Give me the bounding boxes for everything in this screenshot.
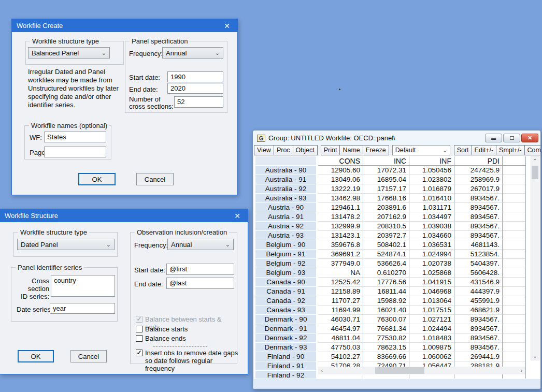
toolbar-button-edit[interactable]: Edit+/-	[472, 145, 496, 155]
ok-button[interactable]: OK	[78, 173, 116, 185]
row-label[interactable]: Canada - 90	[255, 278, 317, 287]
data-cell[interactable]: 11694.99	[318, 306, 363, 315]
row-label[interactable]: Belgium - 92	[255, 259, 317, 268]
row-label[interactable]: Austria - 92	[255, 222, 317, 231]
data-cell[interactable]: 208310.5	[363, 222, 409, 231]
page-name-input[interactable]	[44, 147, 106, 157]
data-cell[interactable]: 12525.42	[318, 278, 363, 287]
cancel-button[interactable]: Cancel	[70, 350, 107, 362]
data-cell[interactable]: 524874.1	[363, 250, 409, 259]
data-cell[interactable]: 455991.9	[454, 296, 503, 306]
row-label[interactable]: Belgium - 90	[255, 240, 317, 250]
structure-type-dropdown[interactable]: Dated Panel ⌄	[17, 239, 115, 250]
data-cell[interactable]: 1.024994	[409, 250, 454, 259]
data-cell[interactable]: 207162.9	[363, 212, 409, 222]
wf-name-input[interactable]: States	[44, 132, 106, 142]
data-cell[interactable]: 76681.34	[363, 324, 409, 333]
data-cell[interactable]: 8934567.	[454, 203, 503, 212]
data-cell[interactable]: 5606428.	[454, 268, 503, 278]
data-cell[interactable]: 536626.4	[363, 259, 409, 268]
data-cell[interactable]: 267017.9	[454, 184, 503, 194]
data-cell[interactable]: 13462.98	[318, 194, 363, 203]
column-header-inc[interactable]: INC	[363, 156, 409, 166]
display-format-dropdown[interactable]: Default ⌄	[392, 145, 450, 155]
cross-sections-input[interactable]: 52	[174, 96, 223, 108]
row-label[interactable]: Australia - 91	[255, 175, 317, 184]
data-cell[interactable]: 444397.9	[454, 287, 503, 296]
row-label[interactable]: Canada - 91	[255, 287, 317, 296]
checkbox-unchecked-icon[interactable]	[136, 326, 142, 332]
data-cell[interactable]: 8934567.	[454, 315, 503, 324]
data-cell[interactable]: 1.016410	[409, 194, 454, 203]
data-cell[interactable]: 8934567.	[454, 231, 503, 240]
data-cell[interactable]: 46030.71	[318, 315, 363, 324]
data-cell[interactable]: 54102.27	[318, 352, 363, 361]
close-icon[interactable]: ✕	[217, 19, 237, 32]
balance-ends-checkbox[interactable]: Balance ends	[136, 335, 237, 342]
scroll-left-icon[interactable]: ‹	[318, 367, 326, 374]
horizontal-scrollbar[interactable]: ‹ ›	[318, 367, 525, 374]
data-cell[interactable]: 47750.03	[318, 343, 363, 352]
scroll-up-icon[interactable]: ⌃	[531, 157, 539, 165]
data-cell[interactable]: 1.034497	[409, 212, 454, 222]
data-cell[interactable]: 46811.04	[318, 333, 363, 343]
data-cell[interactable]: 8934567.	[454, 222, 503, 231]
insert-obs-checkbox[interactable]: Insert obs to remove date gaps so date f…	[136, 349, 239, 372]
data-cell[interactable]: 131478.2	[318, 212, 363, 222]
horizontal-scroll-thumb[interactable]	[375, 367, 424, 374]
group-window-titlebar[interactable]: G Group: UNTITLED Workfile: OECD::panel\…	[255, 132, 538, 144]
toolbar-button-proc[interactable]: Proc	[274, 145, 293, 155]
toolbar-button-name[interactable]: Name	[339, 145, 363, 155]
data-cell[interactable]: 16021.40	[363, 306, 409, 315]
row-label[interactable]: Denmark - 92	[255, 333, 317, 343]
toolbar-button-view[interactable]: View	[254, 145, 274, 155]
data-cell[interactable]: 369691.2	[318, 250, 363, 259]
column-header-cons[interactable]: CONS	[318, 156, 363, 166]
row-label[interactable]: Canada - 92	[255, 296, 317, 306]
toolbar-button-smpl[interactable]: Smpl+/-	[496, 145, 524, 155]
restore-button[interactable]	[503, 134, 520, 142]
data-cell[interactable]: 17072.31	[363, 166, 409, 175]
cross-section-id-input[interactable]: country	[51, 275, 115, 297]
data-cell[interactable]: 359676.8	[318, 240, 363, 250]
data-cell[interactable]: 76300.07	[363, 315, 409, 324]
data-cell[interactable]: 0.610270	[363, 268, 409, 278]
data-cell[interactable]: 12905.60	[318, 166, 363, 175]
data-cell[interactable]: 247425.9	[454, 166, 503, 175]
data-cell[interactable]: 12158.89	[318, 287, 363, 296]
data-cell[interactable]: 16811.44	[363, 287, 409, 296]
row-label[interactable]: Austria - 93	[255, 231, 317, 240]
date-series-input[interactable]: year	[50, 303, 115, 314]
data-cell[interactable]: 8934567.	[454, 324, 503, 333]
row-label[interactable]: Finland - 91	[255, 361, 317, 371]
row-label[interactable]: Finland - 90	[255, 352, 317, 361]
data-cell[interactable]: 46454.97	[318, 324, 363, 333]
data-cell[interactable]: 15988.92	[363, 296, 409, 306]
row-label[interactable]: Australia - 90	[255, 166, 317, 175]
checkbox-checked-icon[interactable]	[136, 350, 142, 356]
toolbar-button-freeze[interactable]: Freeze	[363, 145, 389, 155]
data-cell[interactable]: 5404397.	[454, 259, 503, 268]
data-cell[interactable]: 1.060062	[409, 352, 454, 361]
close-button[interactable]: ✕	[521, 134, 538, 142]
vertical-scroll-thumb[interactable]	[532, 166, 538, 179]
data-cell[interactable]: 8934567.	[454, 194, 503, 203]
data-cell[interactable]: 468621.9	[454, 306, 503, 315]
column-header-pdi[interactable]: PDI	[454, 156, 503, 166]
data-cell[interactable]: 1.013064	[409, 296, 454, 306]
row-label[interactable]: Belgium - 91	[255, 250, 317, 259]
close-icon[interactable]: ✕	[227, 209, 248, 222]
start-date-input[interactable]: 1990	[167, 71, 223, 82]
data-cell[interactable]: 1.027121	[409, 315, 454, 324]
workfile-structure-titlebar[interactable]: Workfile Structure ✕	[0, 209, 248, 222]
data-cell[interactable]: 8934567.	[454, 333, 503, 343]
row-label[interactable]: Austria - 90	[255, 203, 317, 212]
data-cell[interactable]: 1.046968	[409, 287, 454, 296]
toolbar-button-compare[interactable]: Compare+/-	[524, 145, 540, 155]
data-cell[interactable]: 203972.7	[363, 231, 409, 240]
data-cell[interactable]: NA	[318, 268, 363, 278]
data-cell[interactable]: 131423.1	[318, 231, 363, 240]
data-cell[interactable]: 377949.0	[318, 259, 363, 268]
end-date-input[interactable]: 2020	[167, 83, 223, 94]
data-cell[interactable]: 17157.17	[363, 184, 409, 194]
